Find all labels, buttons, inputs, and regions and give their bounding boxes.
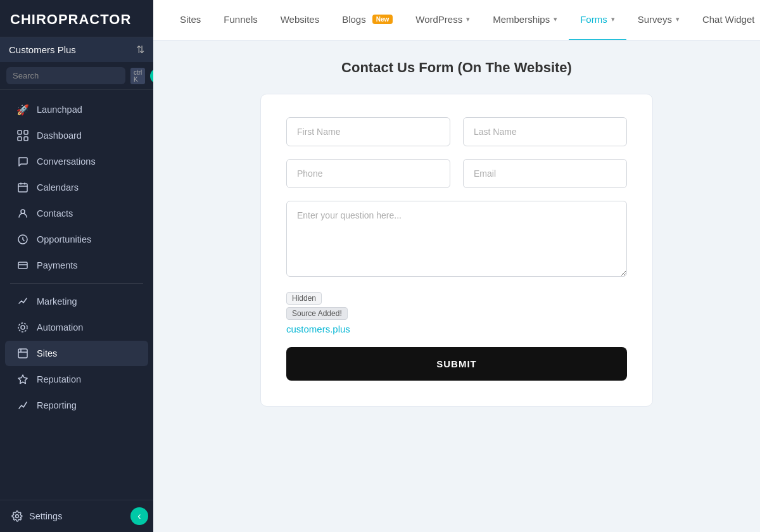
sidebar-item-opportunities[interactable]: Opportunities — [5, 227, 148, 252]
settings-icon — [11, 510, 23, 522]
account-switcher[interactable]: Customers Plus ⇅ — [0, 37, 153, 62]
phone-field — [286, 159, 450, 188]
main-content: Sites Funnels Websites Blogs New WordPre… — [153, 0, 760, 532]
question-textarea[interactable] — [286, 201, 627, 277]
sidebar-item-label: Sites — [37, 348, 57, 358]
sidebar-item-launchpad[interactable]: 🚀 Launchpad — [5, 97, 148, 122]
email-input[interactable] — [463, 159, 627, 188]
sidebar-item-label: Marketing — [37, 296, 77, 307]
sidebar-navigation: 🚀 Launchpad Dashboard Conversations Cale… — [0, 90, 153, 500]
chevron-down-icon: ▾ — [466, 15, 470, 23]
content-area: Contact Us Form (On The Website) — [153, 41, 760, 532]
sidebar-item-automation[interactable]: Automation — [5, 315, 148, 340]
brand-title: CHIROPRACTOR — [0, 0, 153, 37]
nav-label: Websites — [281, 14, 319, 25]
sidebar-item-conversations[interactable]: Conversations — [5, 149, 148, 174]
reputation-icon — [16, 373, 29, 386]
sidebar-item-label: Reporting — [37, 400, 77, 410]
sidebar-item-label: Payments — [37, 260, 77, 270]
chevron-down-icon: ▾ — [554, 15, 557, 23]
sidebar-item-label: Dashboard — [37, 130, 82, 141]
nav-item-funnels[interactable]: Funnels — [212, 0, 269, 41]
conversations-icon — [16, 155, 29, 168]
last-name-input[interactable] — [463, 117, 627, 146]
name-row — [286, 117, 627, 146]
settings-item[interactable]: Settings — [5, 507, 68, 526]
nav-item-wordpress[interactable]: WordPress ▾ — [404, 0, 481, 41]
search-kbd-hint: ctrl K — [130, 68, 145, 84]
sites-icon — [16, 347, 29, 360]
nav-label: Surveys — [638, 14, 672, 25]
nav-label: Blogs — [342, 14, 366, 25]
source-value: customers.plus — [286, 324, 627, 334]
nav-item-sites[interactable]: Sites — [168, 0, 212, 41]
page-title: Contact Us Form (On The Website) — [341, 60, 572, 76]
svg-point-5 — [21, 210, 25, 213]
source-badge: Source Added! — [286, 307, 348, 320]
last-name-field — [463, 117, 627, 146]
nav-item-chat-widget[interactable]: Chat Widget — [691, 0, 760, 41]
sidebar-item-label: Opportunities — [37, 234, 91, 244]
nav-item-websites[interactable]: Websites — [269, 0, 331, 41]
svg-rect-3 — [24, 137, 28, 141]
account-name: Customers Plus — [9, 44, 76, 55]
nav-label: Chat Widget — [702, 14, 755, 25]
svg-rect-7 — [18, 262, 27, 269]
sidebar-item-contacts[interactable]: Contacts — [5, 201, 148, 226]
nav-label: Forms — [580, 14, 607, 25]
nav-label: Funnels — [224, 14, 257, 25]
settings-label: Settings — [29, 511, 62, 521]
email-field — [463, 159, 627, 188]
new-badge: New — [372, 15, 393, 24]
sidebar-item-payments[interactable]: Payments — [5, 253, 148, 278]
nav-item-forms[interactable]: Forms ▾ — [569, 0, 626, 41]
nav-item-memberships[interactable]: Memberships ▾ — [481, 0, 569, 41]
svg-point-9 — [18, 323, 27, 332]
contact-row — [286, 159, 627, 188]
marketing-icon — [16, 295, 29, 308]
svg-rect-1 — [24, 130, 28, 134]
first-name-input[interactable] — [286, 117, 450, 146]
sidebar-item-label: Reputation — [37, 374, 81, 384]
reporting-icon — [16, 399, 29, 412]
svg-rect-4 — [18, 184, 27, 192]
sidebar-footer: Settings ‹ — [0, 500, 153, 532]
svg-point-8 — [21, 326, 25, 329]
chevron-down-icon: ▾ — [676, 15, 680, 23]
nav-label: Sites — [180, 14, 201, 25]
question-field — [286, 201, 627, 279]
sidebar: CHIROPRACTOR Customers Plus ⇅ ctrl K + 🚀… — [0, 0, 153, 532]
search-bar: ctrl K + — [0, 62, 153, 90]
submit-button[interactable]: SUBMIT — [286, 347, 627, 381]
sidebar-item-label: Automation — [37, 322, 83, 332]
dashboard-icon — [16, 129, 29, 142]
sidebar-item-label: Launchpad — [37, 104, 82, 115]
calendars-icon — [16, 181, 29, 194]
sidebar-item-reputation[interactable]: Reputation — [5, 367, 148, 392]
sidebar-item-label: Calendars — [37, 182, 79, 193]
first-name-field — [286, 117, 450, 146]
sidebar-item-reporting[interactable]: Reporting — [5, 393, 148, 418]
chevron-down-icon: ▾ — [611, 15, 615, 23]
search-input[interactable] — [6, 67, 125, 84]
opportunities-icon — [16, 233, 29, 246]
sidebar-item-sites[interactable]: Sites — [5, 341, 148, 366]
hidden-section: Hidden Source Added! customers.plus — [286, 292, 627, 334]
svg-rect-0 — [18, 130, 22, 134]
nav-label: Memberships — [493, 14, 550, 25]
sidebar-item-marketing[interactable]: Marketing — [5, 289, 148, 314]
question-row — [286, 201, 627, 279]
svg-rect-10 — [18, 349, 27, 358]
nav-item-surveys[interactable]: Surveys ▾ — [626, 0, 691, 41]
status-indicator: ‹ — [130, 507, 148, 525]
form-card: Hidden Source Added! customers.plus SUBM… — [260, 94, 653, 407]
nav-item-blogs[interactable]: Blogs New — [331, 0, 404, 41]
contacts-icon — [16, 207, 29, 220]
sidebar-item-calendars[interactable]: Calendars — [5, 175, 148, 200]
automation-icon — [16, 321, 29, 334]
sidebar-item-label: Conversations — [37, 156, 96, 167]
top-navigation: Sites Funnels Websites Blogs New WordPre… — [153, 0, 760, 41]
sidebar-item-dashboard[interactable]: Dashboard — [5, 123, 148, 148]
phone-input[interactable] — [286, 159, 450, 188]
account-arrows-icon: ⇅ — [136, 44, 144, 56]
